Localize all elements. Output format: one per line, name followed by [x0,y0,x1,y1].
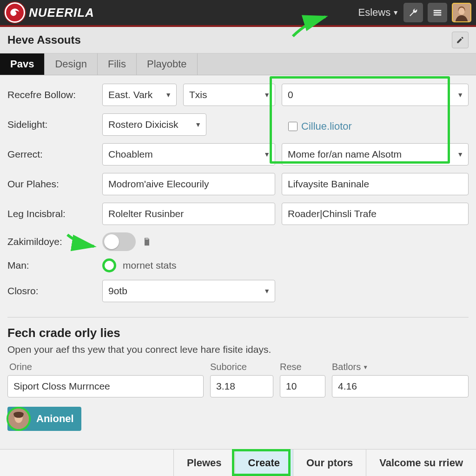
input-batlors[interactable]: 4.16 [332,375,469,397]
checkbox-input[interactable] [288,122,298,131]
separator [7,317,469,317]
select-mome[interactable]: Mome for/an name Alsotm▼ [282,143,469,165]
tab-design[interactable]: Design [45,53,97,75]
label-closro: Closro: [7,285,96,297]
tab-filis[interactable]: Filis [98,53,137,75]
checkbox-label: Cillue.liotor [301,120,352,132]
toggle-zakimildoye[interactable] [102,232,136,251]
document-icon [142,237,152,246]
select-txis[interactable]: Txis▼ [183,84,275,106]
radio-man[interactable] [102,258,116,272]
brand-logo[interactable]: NUEERILA [5,2,94,23]
chevron-down-icon: ▼ [457,91,463,99]
user-pill-avatar [7,407,31,431]
top-menu: Eslews ▼ [358,3,471,22]
chevron-down-icon: ▼ [264,287,270,295]
edit-button[interactable] [452,32,469,48]
hamburger-icon [432,7,443,18]
top-menu-dropdown[interactable]: Eslews ▼ [358,7,399,19]
chevron-down-icon: ▼ [195,121,201,128]
wrench-button[interactable] [403,3,423,22]
tabs: Pavs Design Filis Playobte [0,53,476,75]
input-roader[interactable]: Roader|Chinsli Trafe [282,203,469,225]
footer-btn-ourptors[interactable]: Our ptors [293,450,366,476]
pencil-icon [456,36,464,44]
chevron-down-icon: ▼ [264,91,270,99]
label-sidelight: Sidelight: [7,119,96,130]
label-plahes: Our Plahes: [7,178,96,190]
select-zero[interactable]: 0▼ [282,84,469,106]
chevron-down-icon: ▼ [165,91,172,99]
user-avatar[interactable] [452,3,471,22]
footer-btn-create[interactable]: Create [235,450,293,476]
select-closro[interactable]: 9otb▼ [102,280,275,302]
input-lifvaysite[interactable]: Lifvaysite Baninale [282,173,469,195]
menu-button[interactable] [428,3,447,22]
col-rese: Rese [280,362,325,372]
label-zakimildoye: Zakimildoye: [7,236,96,247]
input-modrom[interactable]: Modrom'aive Elecourily [102,173,275,195]
input-orine[interactable]: Siport Closs Murrncee [7,375,204,397]
topbar: NUEERILA Eslews ▼ [0,0,476,27]
select-east-vark[interactable]: East. Vark▼ [102,84,177,106]
col-suborice: Suborice [210,362,273,372]
label-gerrect: Gerrect: [7,149,96,160]
user-pill[interactable]: Anionel [7,407,81,431]
input-rese[interactable]: 10 [280,375,325,397]
brand-badge-icon [5,2,25,23]
page-title: Heve Assouts [7,33,81,46]
tab-playobte[interactable]: Playobte [137,53,198,75]
chevron-down-icon: ▼ [264,151,270,158]
page-header: Heve Assouts [0,27,476,53]
label-recefre: Recefre Bollow: [7,89,96,100]
select-choablem[interactable]: Choablem▼ [102,143,275,165]
footer-btn-plewes[interactable]: Plewes [173,450,235,476]
brand-text: NUEERILA [29,6,94,20]
checkbox-cillue[interactable]: Cillue.liotor [288,117,352,132]
label-man: Man: [7,260,96,271]
section-description: Open your aef ths yew that you conrect l… [7,344,469,355]
input-suborice[interactable]: 3.18 [210,375,273,397]
table-row: Siport Closs Murrncee 3.18 10 4.16 [7,375,469,397]
wrench-icon [408,7,418,18]
col-orine: Orine [7,362,204,372]
col-batlors[interactable]: Batlors ▼ [332,362,469,372]
svg-point-2 [458,8,464,15]
label-incisbral: Leg Incisbral: [7,208,96,219]
form-area: Recefre Bollow: East. Vark▼ Txis▼ 0▼ Sid… [0,75,476,313]
chevron-down-icon: ▼ [363,364,368,370]
top-menu-label: Eslews [358,7,390,19]
user-pill-name: Anionel [36,413,74,425]
input-rolelter[interactable]: Rolelter Rusinber [102,203,275,225]
radio-label-man: mornet stats [123,260,177,271]
footer-btn-valcome[interactable]: Valcome su rriew [366,450,476,476]
chevron-down-icon: ▼ [457,151,463,158]
footer: Plewes Create Our ptors Valcome su rriew [0,449,476,476]
section-title: Fech crade orly lies [7,326,469,340]
table-header: Orine Suborice Rese Batlors ▼ [7,362,469,372]
chevron-down-icon: ▼ [392,9,399,16]
section-fech: Fech crade orly lies Open your aef ths y… [0,321,476,400]
tab-pavs[interactable]: Pavs [0,53,45,75]
select-rostero[interactable]: Rostero Dixicisk▼ [102,113,206,136]
